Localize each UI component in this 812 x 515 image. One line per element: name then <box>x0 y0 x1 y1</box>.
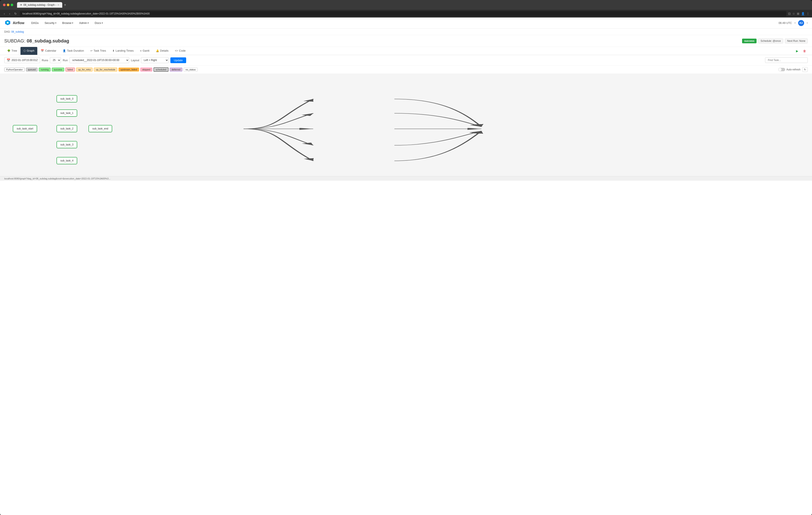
tab-close-icon[interactable]: ✕ <box>57 4 59 6</box>
dag-node-sub-task-start[interactable]: sub_task_start <box>13 125 37 132</box>
user-profile-icon[interactable]: 👤 <box>801 12 805 16</box>
legend-skipped[interactable]: skipped <box>140 67 152 72</box>
breadcrumb-dag-link[interactable]: 08_subdag <box>11 30 24 33</box>
tab-tree[interactable]: 🌳 Tree <box>4 47 20 55</box>
dag-node-sub-task-end[interactable]: sub_task_end <box>88 125 112 132</box>
status-bar-url: localhost:8080/graph?dag_id=08_subdag.su… <box>4 177 111 180</box>
bookmark-icon[interactable]: ☆ <box>792 12 795 16</box>
auto-refresh-switch[interactable] <box>778 68 785 71</box>
layout-select[interactable]: Left > Right <box>141 57 169 63</box>
page-content: Airflow DAGs Security ▾ Browse ▾ <box>0 18 812 515</box>
tab-gantt[interactable]: ≡ Gantt <box>137 47 152 55</box>
back-button[interactable]: ‹ <box>3 11 6 16</box>
breadcrumb: DAG: 08_subdag <box>0 29 812 35</box>
status-bar: localhost:8080/graph?dag_id=08_subdag.su… <box>0 176 812 181</box>
tab-title: 08_subdag.subdag - Graph - <box>24 3 56 6</box>
schedule-badge: Schedule: @once <box>758 38 783 44</box>
time-display: 06:49 UTC <box>779 21 792 25</box>
maximize-button[interactable] <box>11 4 13 6</box>
legend-running[interactable]: running <box>39 67 51 72</box>
runs-label: Runs <box>42 59 48 62</box>
tab-task-tries-label: Task Tries <box>94 49 106 52</box>
extension-icon: ⊞ <box>797 12 800 16</box>
run-select[interactable]: scheduled__2022-01-19T15:00:00+00:00 <box>69 57 129 63</box>
delete-dag-button[interactable]: 🗑 <box>801 48 808 54</box>
new-tab-button[interactable]: + <box>62 3 67 7</box>
next-run-badge: Next Run: None <box>785 38 808 44</box>
tab-gantt-label: Gantt <box>143 49 149 52</box>
update-button[interactable]: Update <box>170 57 186 63</box>
auto-refresh-toggle: Auto-refresh <box>778 68 801 71</box>
user-avatar[interactable]: HJ <box>798 20 804 26</box>
dag-node-sub-task-3[interactable]: sub_task_3 <box>57 141 77 148</box>
legend-operator[interactable]: PythonOperator <box>4 67 25 72</box>
settings-icon[interactable]: ⋮ <box>807 12 809 16</box>
nav-item-docs[interactable]: Docs ▾ <box>92 20 105 26</box>
tab-details[interactable]: 🔔 Details <box>153 47 172 55</box>
nav-item-dags[interactable]: DAGs <box>29 20 41 26</box>
legend-upstream-failed[interactable]: upstream_failed <box>119 67 139 72</box>
details-tab-icon: 🔔 <box>156 49 159 52</box>
legend-right: Auto-refresh ↻ <box>778 67 808 72</box>
legend-left: PythonOperator queued running success fa… <box>4 67 198 72</box>
nav-item-browse[interactable]: Browse ▾ <box>60 20 76 26</box>
legend-up-for-retry[interactable]: up_for_retry <box>76 67 92 72</box>
tab-calendar[interactable]: 📅 Calendar <box>38 47 59 55</box>
landing-times-tab-icon: ⬇ <box>112 49 115 52</box>
tab-task-duration[interactable]: 👤 Task Duration <box>60 47 87 55</box>
tree-tab-icon: 🌳 <box>7 49 10 52</box>
tab-landing-times[interactable]: ⬇ Landing Times <box>109 47 137 55</box>
toggle-knob <box>779 68 782 71</box>
tab-calendar-label: Calendar <box>45 49 56 52</box>
legend-no-status[interactable]: no_status <box>183 67 198 72</box>
app-logo-text: Airflow <box>13 21 24 25</box>
header-badges: success Schedule: @once Next Run: None <box>742 38 808 44</box>
dag-node-sub-task-2[interactable]: sub_task_2 <box>57 125 77 132</box>
legend-queued[interactable]: queued <box>26 67 38 72</box>
dag-node-sub-task-4[interactable]: sub_task_4 <box>57 157 77 164</box>
manual-refresh-button[interactable]: ↻ <box>802 67 808 72</box>
app-logo[interactable]: Airflow <box>4 20 24 26</box>
screen-record-icon: ⊡ <box>788 12 791 16</box>
dag-node-sub-task-1[interactable]: sub_task_1 <box>57 109 77 117</box>
gantt-tab-icon: ≡ <box>140 49 142 52</box>
run-dag-button[interactable]: ▶ <box>794 48 800 54</box>
tab-tree-label: Tree <box>11 49 17 52</box>
browser-titlebar: ✈ 08_subdag.subdag - Graph - ✕ + <box>0 0 812 10</box>
tab-graph[interactable]: ⬡ Graph <box>21 47 37 55</box>
airflow-logo-icon <box>4 20 11 26</box>
reload-button[interactable]: ↻ <box>13 11 18 16</box>
tab-code-label: Code <box>179 49 185 52</box>
dag-node-sub-task-0[interactable]: sub_task_0 <box>57 95 77 102</box>
nav-item-admin[interactable]: Admin ▾ <box>77 20 91 26</box>
tab-task-tries[interactable]: ↩ Task Tries <box>87 47 109 55</box>
user-dropdown-arrow: ▾ <box>807 22 808 24</box>
time-dropdown-arrow: ▾ <box>794 22 795 24</box>
legend-failed[interactable]: failed <box>65 67 75 72</box>
nav-item-security[interactable]: Security ▾ <box>42 20 59 26</box>
legend-up-for-reschedule[interactable]: up_for_reschedule <box>94 67 117 72</box>
minimize-button[interactable] <box>7 4 9 6</box>
docs-dropdown-arrow: ▾ <box>102 22 103 24</box>
graph-tab-icon: ⬡ <box>24 49 26 52</box>
legend-bar: PythonOperator queued running success fa… <box>0 65 812 74</box>
forward-button[interactable]: › <box>8 11 11 16</box>
task-tries-tab-icon: ↩ <box>90 49 92 52</box>
tab-bar: ✈ 08_subdag.subdag - Graph - ✕ + <box>17 2 809 8</box>
find-task-input[interactable] <box>765 57 808 63</box>
tab-code[interactable]: <> Code <box>172 47 188 55</box>
tab-action-buttons: ▶ 🗑 <box>794 48 808 54</box>
dag-title-bold: 08_subdag.subdag <box>27 38 69 44</box>
date-picker[interactable]: 📅 2022-01-19T15:00:01Z <box>4 57 40 63</box>
runs-select[interactable]: 25 <box>50 57 61 63</box>
legend-success[interactable]: success <box>52 67 64 72</box>
close-button[interactable] <box>3 4 5 6</box>
date-value: 2022-01-19T15:00:01Z <box>11 59 38 62</box>
view-tabs-bar: 🌳 Tree ⬡ Graph 📅 Calendar 👤 Task Duratio… <box>0 47 812 55</box>
legend-scheduled[interactable]: scheduled <box>153 67 169 72</box>
traffic-lights <box>3 4 13 6</box>
legend-deferred[interactable]: deferred <box>170 67 182 72</box>
tab-details-label: Details <box>160 49 169 52</box>
url-input[interactable] <box>20 11 786 16</box>
active-tab[interactable]: ✈ 08_subdag.subdag - Graph - ✕ <box>17 2 62 8</box>
